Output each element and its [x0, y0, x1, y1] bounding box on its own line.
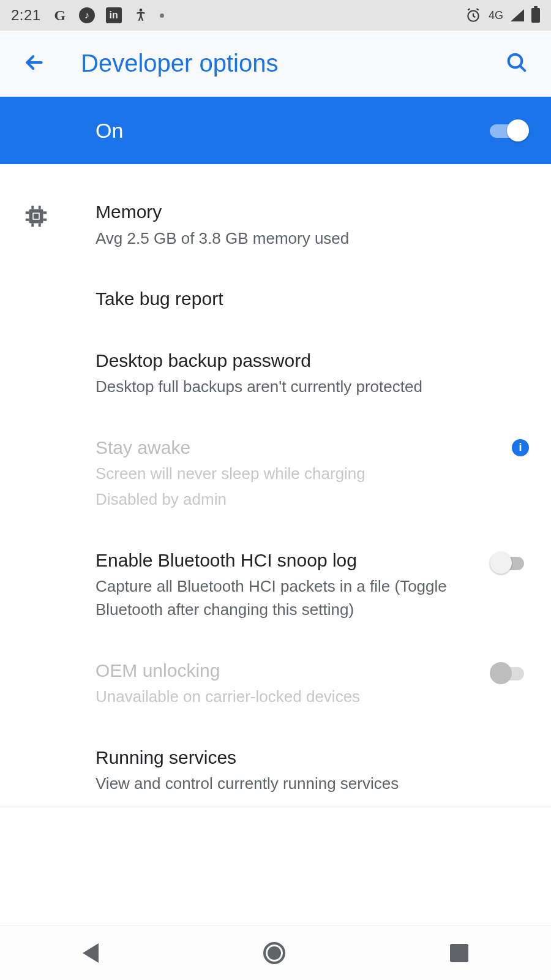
memory-title: Memory — [96, 200, 519, 225]
row-running-services[interactable]: Running services View and control curren… — [0, 727, 551, 807]
memory-chip-icon — [22, 202, 50, 233]
music-icon: ♪ — [79, 7, 95, 23]
accessibility-icon — [133, 7, 149, 23]
nav-home-button[interactable] — [263, 942, 285, 964]
oem-title: OEM unlocking — [96, 658, 464, 684]
settings-list: Memory Avg 2.5 GB of 3.8 GB memory used … — [0, 164, 551, 807]
search-button[interactable] — [504, 50, 529, 77]
row-stay-awake: Stay awake Screen will never sleep while… — [0, 417, 551, 530]
network-type: 4G — [489, 9, 503, 22]
row-bug-report[interactable]: Take bug report — [0, 268, 551, 330]
hci-sub: Capture all Bluetooth HCI packets in a f… — [96, 575, 464, 621]
status-clock: 2:21 — [11, 7, 41, 24]
row-desktop-backup-password[interactable]: Desktop backup password Desktop full bac… — [0, 330, 551, 417]
back-button[interactable] — [22, 50, 47, 77]
google-icon: G — [52, 7, 68, 23]
nav-back-button[interactable] — [83, 943, 99, 963]
system-nav-bar — [0, 925, 551, 980]
desktop-backup-sub: Desktop full backups aren't currently pr… — [96, 375, 519, 399]
page-title: Developer options — [81, 50, 278, 77]
nav-recents-button[interactable] — [450, 944, 468, 962]
admin-info-icon[interactable]: i — [512, 439, 529, 456]
row-oem-unlocking: OEM unlocking Unavailable on carrier-loc… — [0, 640, 551, 727]
alarm-icon — [465, 7, 481, 23]
running-services-sub: View and control currently running servi… — [96, 772, 519, 796]
svg-point-0 — [139, 9, 142, 12]
master-toggle-switch[interactable] — [490, 119, 529, 141]
stay-awake-sub2: Disabled by admin — [96, 488, 464, 511]
row-bluetooth-hci-snoop[interactable]: Enable Bluetooth HCI snoop log Capture a… — [0, 530, 551, 640]
master-toggle-label: On — [96, 119, 123, 143]
oem-sub: Unavailable on carrier-locked devices — [96, 685, 464, 709]
hci-toggle-switch[interactable] — [490, 552, 529, 574]
running-services-title: Running services — [96, 745, 519, 771]
oem-toggle-switch — [490, 662, 529, 684]
signal-icon — [511, 9, 524, 21]
battery-icon — [531, 8, 540, 23]
svg-rect-5 — [34, 214, 39, 219]
memory-sub: Avg 2.5 GB of 3.8 GB memory used — [96, 227, 519, 251]
stay-awake-title: Stay awake — [96, 435, 464, 461]
hci-title: Enable Bluetooth HCI snoop log — [96, 548, 464, 573]
linkedin-icon: in — [106, 7, 122, 23]
row-memory[interactable]: Memory Avg 2.5 GB of 3.8 GB memory used — [0, 181, 551, 268]
status-bar: 2:21 G ♪ in 4G — [0, 0, 551, 31]
bug-report-title: Take bug report — [96, 287, 519, 312]
more-notifications-dot-icon — [160, 13, 164, 18]
developer-options-master-toggle[interactable]: On — [0, 97, 551, 164]
desktop-backup-title: Desktop backup password — [96, 349, 519, 374]
stay-awake-sub1: Screen will never sleep while charging — [96, 462, 464, 486]
app-bar: Developer options — [0, 31, 551, 97]
